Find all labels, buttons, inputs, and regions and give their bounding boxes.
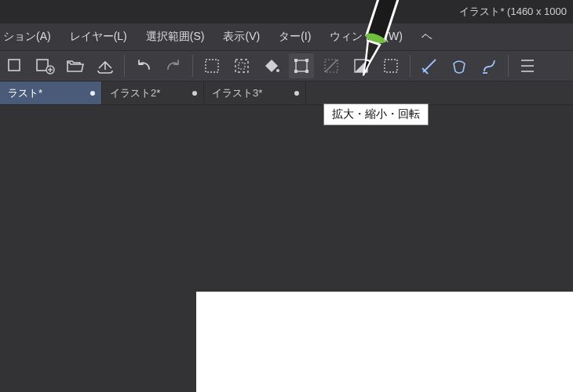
save-icon xyxy=(96,57,115,74)
svg-rect-18 xyxy=(385,60,397,72)
snap-cup-icon xyxy=(451,57,468,74)
marquee-dashed-icon xyxy=(203,57,221,74)
snap-brush-icon xyxy=(480,57,498,74)
menu-selection[interactable]: 選択範囲(S) xyxy=(146,30,205,44)
document-tab-label: イラスト3* xyxy=(212,86,262,100)
open-button[interactable] xyxy=(63,53,88,78)
svg-rect-12 xyxy=(305,59,308,62)
document-tab-label: ラスト* xyxy=(8,86,42,100)
snap-ruler-icon xyxy=(421,57,438,74)
tonal-button[interactable] xyxy=(349,53,374,78)
fill-button[interactable] xyxy=(259,53,284,78)
document-tab-3[interactable]: イラスト3* xyxy=(204,82,306,104)
toolbar-separator xyxy=(410,55,411,77)
svg-rect-10 xyxy=(296,60,307,71)
snap-special-button[interactable] xyxy=(476,53,502,78)
tab-modified-dot xyxy=(294,91,299,96)
toolbar-separator xyxy=(124,55,125,77)
svg-rect-8 xyxy=(239,63,245,69)
new-canvas-icon xyxy=(7,57,24,74)
redo-icon xyxy=(164,57,183,74)
marquee-icon xyxy=(382,57,400,74)
document-tab-bar: ラスト* イラスト2* イラスト3* xyxy=(0,82,573,105)
toolbar-group-grid xyxy=(515,53,540,78)
undo-icon xyxy=(134,57,153,74)
toolbar xyxy=(0,50,573,82)
transform-button[interactable] xyxy=(289,53,314,78)
toolbar-group-snap xyxy=(417,53,502,78)
new-canvas-add-icon xyxy=(35,57,56,74)
snap-ruler-button[interactable] xyxy=(417,53,442,78)
svg-rect-13 xyxy=(294,70,297,73)
undo-button[interactable] xyxy=(131,53,156,78)
document-title: イラスト* (1460 x 1000 xyxy=(459,5,567,19)
new-canvas-button[interactable] xyxy=(3,53,28,78)
canvas-area[interactable] xyxy=(0,105,573,392)
menu-layer[interactable]: レイヤー(L) xyxy=(70,30,127,44)
menu-filter[interactable]: ター(I) xyxy=(279,30,311,44)
transform-icon xyxy=(293,57,310,74)
crop-button[interactable] xyxy=(319,53,344,78)
deselect-button[interactable] xyxy=(199,53,224,78)
bucket-icon xyxy=(263,57,280,74)
crop-diagonal-icon xyxy=(323,57,340,74)
save-button[interactable] xyxy=(93,53,118,78)
toolbar-separator xyxy=(508,55,509,77)
toolbar-group-selection xyxy=(199,53,403,78)
new-canvas-add-button[interactable] xyxy=(33,53,58,78)
tab-modified-dot xyxy=(192,91,197,96)
redo-button[interactable] xyxy=(161,53,186,78)
tooltip-transform: 拡大・縮小・回転 xyxy=(323,103,429,125)
grid-icon xyxy=(519,57,536,74)
marquee-button[interactable] xyxy=(378,53,403,78)
document-tab-1[interactable]: ラスト* xyxy=(0,82,102,104)
toolbar-separator xyxy=(192,55,193,77)
svg-rect-11 xyxy=(294,59,297,62)
toolbar-group-file xyxy=(3,53,118,78)
canvas-paper[interactable] xyxy=(196,292,573,392)
grid-button[interactable] xyxy=(515,53,540,78)
folder-open-icon xyxy=(66,57,85,74)
snap-perspective-button[interactable] xyxy=(447,53,472,78)
document-tab-label: イラスト2* xyxy=(110,86,160,100)
svg-rect-0 xyxy=(9,60,20,71)
document-tab-2[interactable]: イラスト2* xyxy=(102,82,204,104)
half-fill-icon xyxy=(352,57,370,74)
menu-window[interactable]: ウィンドウ(W) xyxy=(330,30,403,44)
marquee-corners-icon xyxy=(233,57,250,74)
title-bar: イラスト* (1460 x 1000 xyxy=(0,0,573,24)
menu-bar: ション(A) レイヤー(L) 選択範囲(S) 表示(V) ター(I) ウィンドウ… xyxy=(0,24,573,50)
select-all-button[interactable] xyxy=(229,53,254,78)
tab-modified-dot xyxy=(90,91,95,96)
menu-cutoff[interactable]: ヘ xyxy=(422,30,432,44)
menu-action[interactable]: ション(A) xyxy=(3,30,51,44)
svg-rect-7 xyxy=(235,60,248,72)
svg-rect-6 xyxy=(206,60,218,72)
svg-line-16 xyxy=(325,60,338,72)
toolbar-group-history xyxy=(131,53,186,78)
menu-view[interactable]: 表示(V) xyxy=(223,30,260,44)
svg-point-9 xyxy=(276,69,279,72)
svg-rect-14 xyxy=(305,70,308,73)
